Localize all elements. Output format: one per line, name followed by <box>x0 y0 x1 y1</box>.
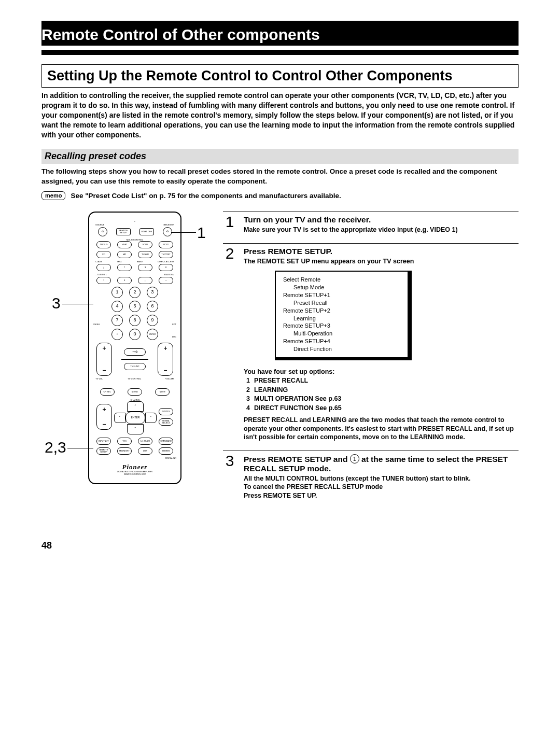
remote-mute-btn: MUTE <box>155 388 170 396</box>
options-intro: You have four set up options: <box>244 368 519 377</box>
remote-volume-rocker: +– <box>158 343 173 376</box>
remote-label-chsel: CH.SEL <box>93 324 100 326</box>
tv-line-4b: Direct Function <box>283 345 402 353</box>
opt-2-label: LEARNING <box>254 386 288 395</box>
step-3-title-pre: Press REMOTE SETUP and <box>244 455 350 463</box>
remote-mc-vcr2: VCR2 <box>159 241 173 248</box>
remote-tuning-4: — <box>159 277 173 284</box>
remote-label-class: CLASS <box>95 261 102 263</box>
remote-diagram-column: 1 3 2,3 • SOURCE RECEIVER ⏻ REMOTE SETUP… <box>41 212 213 484</box>
remote-standard: STANDARD <box>159 438 173 445</box>
remote-mc-tuner: TUNER <box>138 251 152 258</box>
circled-1-icon: 1 <box>350 454 359 463</box>
step-2-title: Press REMOTE SETUP. <box>244 247 519 256</box>
remote-midnight: MIDNIGHT <box>117 447 132 455</box>
remote-signal-select: SIGNAL SELECT <box>159 418 173 426</box>
remote-label-tvvol: TV VOL. <box>95 378 103 380</box>
remote-label-mpx: MPX <box>117 261 122 263</box>
subheading-bar: Recalling preset codes <box>41 149 519 164</box>
step-3: 3 Press REMOTE SETUP and 1 at the same t… <box>223 453 519 500</box>
remote-label-directaccess: DIRECT ACCESS <box>158 261 174 263</box>
section-title: Setting Up the Remote Control to Control… <box>47 68 513 84</box>
step-3-number: 3 <box>223 453 236 469</box>
remote-mc-md: MD <box>117 251 132 258</box>
remote-mc-dvdld: DVD/LD <box>96 241 111 248</box>
opt-2-n: 2 <box>244 386 250 395</box>
remote-51multi: 5.1 MULTI <box>138 438 152 445</box>
remote-stereo: STEREO <box>159 447 173 455</box>
tv-line-4a: Remote SETUP+4 <box>283 338 402 345</box>
remote-label-source: SOURCE <box>95 224 104 226</box>
remote-brand-sub2: REMOTE CONTROL UNIT <box>93 474 176 476</box>
step-2-note: The REMOTE SET UP menu appears on your T… <box>244 257 519 265</box>
remote-label-exit: EXIT <box>172 324 176 326</box>
tv-line-1a: Remote SETUP+1 <box>283 291 402 299</box>
remote-tuning-3: ¡ <box>138 277 152 284</box>
remote-left-rocker: +– <box>96 404 112 430</box>
remote-dpad-right: ˃ <box>145 413 157 423</box>
tv-line-2b: Learning <box>283 315 402 322</box>
remote-remote-setup-top: REMOTE SETUP <box>116 228 131 235</box>
remote-label-tvcontrol: TV CONTROL <box>128 378 141 380</box>
remote-func-3: 3 <box>138 264 152 271</box>
tv-title: Select Remote <box>283 276 402 284</box>
step-3-note-1: All the MULTI CONTROL buttons (except th… <box>244 474 519 483</box>
remote-num-0: 0 <box>129 329 141 340</box>
step-3-title: Press REMOTE SETUP and 1 at the same tim… <box>244 454 519 473</box>
remote-brand: Pioneer <box>93 463 176 470</box>
remote-func-4: 8 <box>159 264 173 271</box>
tv-line-1b: Preset Recall <box>283 299 402 307</box>
remote-label-band: BAND <box>137 261 143 263</box>
step-2-number: 2 <box>223 246 236 261</box>
remote-num-7: 7 <box>111 315 123 326</box>
remote-func-1: ƒ <box>96 264 111 271</box>
remote-tuning-1: 1 <box>96 277 111 284</box>
remote-label-station: STATION + <box>164 274 174 276</box>
tv-line-2a: Remote SETUP+2 <box>283 307 402 315</box>
remote-num-1: 1 <box>111 287 123 298</box>
remote-num-6: 6 <box>147 301 158 312</box>
steps-column: 1 Turn on your TV and the receiver. Make… <box>223 212 519 509</box>
callout-2-3-line <box>67 448 93 448</box>
remote-receiver-power: ⏻ <box>163 227 172 236</box>
callout-1: 1 <box>197 224 206 242</box>
remote-dddts: DD/DTS <box>159 408 173 415</box>
opt-1-n: 1 <box>244 376 250 386</box>
tv-line-3b: Multi-Operation <box>283 330 402 338</box>
remote-num-4: 4 <box>111 301 123 312</box>
remote-label-receiver: RECEIVER <box>164 224 174 226</box>
remote-menu-btn: MENU <box>128 388 142 396</box>
opt-3-n: 3 <box>244 395 250 404</box>
remote-chsel-btn: CH SEL <box>100 388 115 396</box>
step-1: 1 Turn on your TV and the receiver. Make… <box>223 214 519 234</box>
page-header-band: Remote Control of Other components <box>41 21 519 46</box>
step-2: 2 Press REMOTE SETUP. The REMOTE SET UP … <box>223 246 519 441</box>
remote-brand-sub1: DIGITAL MULTI PROCESSING AMPLIFIER <box>93 471 176 473</box>
opt-3-label: MULTI OPERATION See p.63 <box>254 395 341 404</box>
opt-4-n: 4 <box>244 404 250 413</box>
remote-control-illustration: • SOURCE RECEIVER ⏻ REMOTE SETUP LIGHT O… <box>88 212 181 484</box>
callout-3-line <box>62 304 93 304</box>
remote-input-att: INPUT ATT <box>96 438 111 445</box>
remote-dpad-down: ˅ <box>127 424 144 434</box>
remote-num-2: 2 <box>129 287 141 298</box>
tv-screen-diagram: Select Remote Setup Mode Remote SETUP+1 … <box>275 271 412 360</box>
remote-num-5: 5 <box>129 301 141 312</box>
remote-dpad: CHANNEL ˄ ˂ ENTER ˃ ˅ <box>114 399 157 434</box>
section-title-box: Setting Up the Remote Control to Control… <box>41 64 519 88</box>
memo-text: See "Preset Code List" on p. 75 for the … <box>71 192 341 200</box>
remote-label-volume: VOLUME <box>165 378 174 380</box>
remote-thx: THX <box>117 438 132 445</box>
remote-source-power: ⏻ <box>98 227 107 236</box>
remote-num-chsel: ○ <box>111 329 123 340</box>
remote-num-3: 3 <box>147 287 158 298</box>
remote-dpad-left: ˂ <box>114 413 125 423</box>
header-rule <box>41 50 519 55</box>
remote-tuning-2: 4 <box>117 277 132 284</box>
remote-light-off: LIGHT OFF <box>139 228 154 235</box>
callout-3: 3 <box>52 294 61 312</box>
intro-paragraph: In addition to controlling the receiver,… <box>41 91 519 139</box>
remote-tv-power: TV ⏻ <box>124 348 146 356</box>
memo-badge: memo <box>41 191 65 200</box>
remote-tv-vol-rocker: +– <box>96 343 112 376</box>
